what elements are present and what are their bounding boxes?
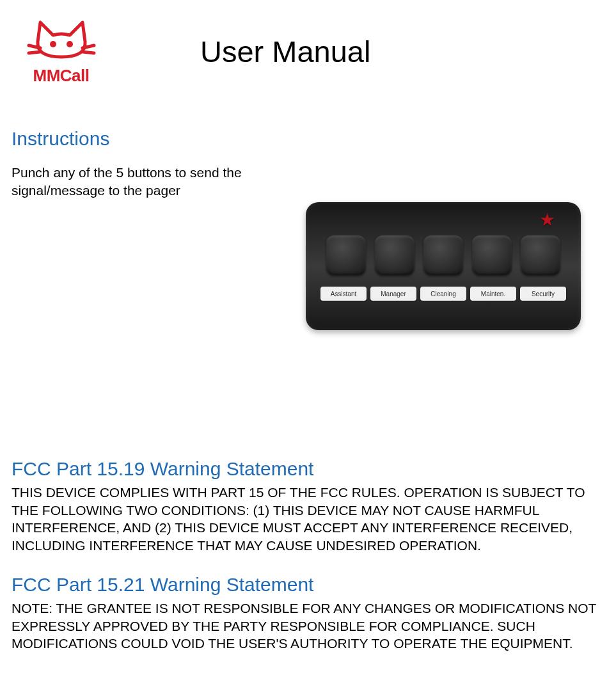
fcc2-body: NOTE: THE GRANTEE IS NOT RESPONSIBLE FOR… [12,599,604,653]
fcc1-body: THIS DEVICE COMPLIES WITH PART 15 OF THE… [12,484,604,555]
instructions-block: Punch any of the 5 buttons to send the s… [12,164,604,330]
device-button-5 [521,235,560,275]
device-button-3 [423,235,463,275]
device-label-3: Cleaning [420,287,466,301]
device-star-row: ★ [315,211,572,229]
device-label-row: Assistant Manager Cleaning Mainten. Secu… [315,287,572,301]
svg-line-3 [83,52,94,53]
instructions-body: Punch any of the 5 buttons to send the s… [12,164,255,200]
device-image: ★ Assistant Manager Cleaning Mainten. Se… [306,202,581,330]
device-label-5: Security [520,287,566,301]
svg-point-5 [67,41,73,47]
device-button-2 [375,235,415,275]
cat-icon [26,17,97,67]
device-label-2: Manager [370,287,416,301]
device-label-1: Assistant [320,287,367,301]
device-button-4 [472,235,512,275]
star-icon: ★ [539,211,555,229]
page-title: User Manual [200,34,370,69]
device-button-row [315,235,572,275]
device-label-4: Mainten. [470,287,516,301]
fcc2-heading: FCC Part 15.21 Warning Statement [12,574,604,596]
svg-line-1 [29,52,40,53]
brand-logo: MMCall [12,13,111,90]
brand-name: MMCall [33,66,90,86]
svg-point-4 [50,41,56,47]
instructions-heading: Instructions [12,128,604,150]
fcc1-heading: FCC Part 15.19 Warning Statement [12,458,604,480]
device-button-1 [326,235,366,275]
page-header: MMCall User Manual [12,13,604,90]
